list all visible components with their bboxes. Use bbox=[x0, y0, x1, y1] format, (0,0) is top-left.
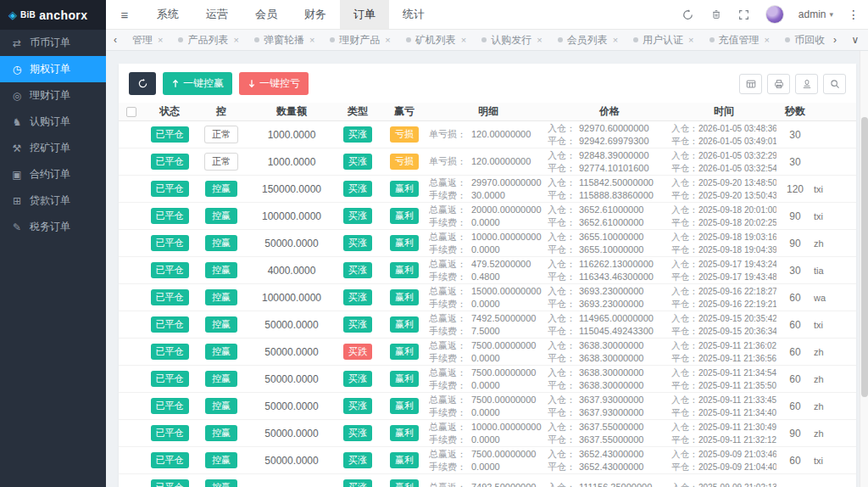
control-button[interactable]: 控赢 bbox=[205, 262, 237, 277]
columns-icon[interactable] bbox=[739, 74, 762, 94]
status-badge: 已平仓 bbox=[151, 344, 189, 359]
control-button[interactable]: 控赢 bbox=[205, 235, 237, 250]
time-out-value: 2025-09-11 21:35:50 bbox=[698, 380, 776, 391]
amount-value: 100000.0000 bbox=[248, 292, 336, 304]
tabs-dropdown-icon[interactable]: ∨ bbox=[846, 34, 865, 46]
time-cell: 入仓：2025-09-15 20:35:42平仓：2025-09-15 20:3… bbox=[671, 313, 776, 337]
sidebar-item-税务订单[interactable]: ✎税务订单 bbox=[0, 214, 106, 240]
time-in-value: 2025-09-15 20:35:42 bbox=[698, 313, 776, 324]
tab-dot-icon bbox=[633, 37, 638, 42]
tab-认购发行[interactable]: 认购发行× bbox=[474, 30, 549, 50]
tab-close-icon[interactable]: × bbox=[765, 35, 770, 45]
sidebar-item-期权订单[interactable]: ◷期权订单 bbox=[0, 56, 106, 82]
sidebar-item-贷款订单[interactable]: ⊞贷款订单 bbox=[0, 188, 106, 214]
force-loss-button[interactable]: 一键控亏 bbox=[239, 72, 309, 95]
content-area: 一键控赢 一键控亏 bbox=[106, 51, 860, 487]
tab-label: 矿机列表 bbox=[415, 33, 456, 48]
detail-cell: 单亏损：120.00000000 bbox=[429, 156, 548, 167]
sidebar-item-理财订单[interactable]: ◎理财订单 bbox=[0, 82, 106, 109]
nav-item-系统[interactable]: 系统 bbox=[143, 0, 192, 29]
tab-弹窗轮播[interactable]: 弹窗轮播× bbox=[247, 30, 322, 50]
price-out-value: 3655.10000000 bbox=[579, 244, 643, 255]
tabs-scroll-left-icon[interactable]: ‹ bbox=[106, 34, 125, 46]
tab-管理[interactable]: 管理× bbox=[125, 30, 170, 50]
time-in-value: 2025-09-18 20:01:00 bbox=[698, 204, 776, 216]
control-button[interactable]: 控赢 bbox=[205, 398, 237, 413]
control-button[interactable]: 控赢 bbox=[205, 208, 237, 223]
tab-矿机列表[interactable]: 矿机列表× bbox=[398, 30, 474, 50]
nav-item-运营[interactable]: 运营 bbox=[192, 0, 242, 29]
page-scrollbar[interactable] bbox=[860, 51, 868, 487]
tab-会员列表[interactable]: 会员列表× bbox=[550, 30, 626, 50]
app-window: ◈ BiB anchorx ⇄币币订单◷期权订单◎理财订单♞认购订单⚒挖矿订单▣… bbox=[0, 0, 868, 487]
sidebar-item-合约订单[interactable]: ▣合约订单 bbox=[0, 161, 106, 188]
table-header-row: 状态控数量额类型赢亏明细价格时间秒数 bbox=[119, 103, 856, 121]
control-button[interactable]: 正常 bbox=[204, 126, 238, 143]
sidebar-item-币币订单[interactable]: ⇄币币订单 bbox=[0, 30, 106, 56]
search-icon[interactable] bbox=[823, 74, 846, 94]
tab-close-icon[interactable]: × bbox=[461, 35, 466, 45]
avatar[interactable] bbox=[765, 5, 784, 24]
control-button[interactable]: 控赢 bbox=[205, 371, 237, 386]
force-win-button[interactable]: 一键控赢 bbox=[163, 72, 232, 95]
tab-产品列表[interactable]: 产品列表× bbox=[170, 30, 246, 50]
refresh-table-button[interactable] bbox=[129, 72, 156, 95]
exchange-icon: ⇄ bbox=[11, 37, 23, 49]
tab-close-icon[interactable]: × bbox=[158, 35, 163, 45]
price-cell: 入仓：3693.23000000平仓：3693.23000000 bbox=[548, 286, 671, 310]
control-button[interactable]: 控赢 bbox=[205, 479, 237, 487]
tab-label: 理财产品 bbox=[339, 33, 380, 48]
tab-close-icon[interactable]: × bbox=[385, 35, 390, 45]
tab-币回收[interactable]: 币回收× bbox=[777, 30, 826, 50]
tab-用户认证[interactable]: 用户认证× bbox=[626, 30, 701, 50]
refresh-icon[interactable] bbox=[682, 8, 695, 21]
sidebar-item-认购订单[interactable]: ♞认购订单 bbox=[0, 109, 106, 135]
tab-充值管理[interactable]: 充值管理× bbox=[702, 30, 777, 50]
price-out-label: 平仓： bbox=[548, 407, 576, 418]
trash-icon[interactable] bbox=[709, 8, 723, 21]
tab-close-icon[interactable]: × bbox=[233, 35, 238, 45]
tabs-scroll-right-icon[interactable]: › bbox=[826, 34, 844, 46]
price-out-value: 3637.93000000 bbox=[579, 407, 643, 418]
tab-close-icon[interactable]: × bbox=[613, 35, 618, 45]
detail-value: 29970.00000000 bbox=[471, 177, 542, 188]
control-button[interactable]: 控赢 bbox=[205, 289, 237, 305]
tab-close-icon[interactable]: × bbox=[537, 35, 542, 45]
sidebar-toggle-icon[interactable]: ≡ bbox=[106, 0, 143, 29]
scrollbar-thumb[interactable] bbox=[861, 117, 868, 397]
time-cell: 入仓：2025-09-16 22:18:27平仓：2025-09-16 22:1… bbox=[671, 286, 776, 310]
nav-item-订单[interactable]: 订单 bbox=[340, 0, 389, 29]
price-cell: 入仓：92970.60000000平仓：92942.69979300 bbox=[548, 123, 671, 147]
detail-label: 总赢返： bbox=[429, 204, 468, 216]
nav-item-会员[interactable]: 会员 bbox=[242, 0, 291, 29]
sidebar-item-label: 挖矿订单 bbox=[30, 141, 70, 155]
sidebar-item-挖矿订单[interactable]: ⚒挖矿订单 bbox=[0, 135, 106, 161]
nav-item-统计[interactable]: 统计 bbox=[389, 0, 438, 29]
time-in-label: 入仓： bbox=[671, 286, 695, 297]
detail-value: 0.0000 bbox=[471, 462, 500, 473]
member-cell: tia bbox=[814, 266, 856, 276]
export-icon[interactable] bbox=[795, 74, 818, 94]
more-menu-icon[interactable]: ⋮ bbox=[848, 8, 860, 21]
control-button[interactable]: 控赢 bbox=[205, 452, 237, 467]
print-icon[interactable] bbox=[767, 74, 790, 94]
tab-dot-icon bbox=[406, 37, 411, 42]
detail-value: 0.0000 bbox=[471, 353, 500, 364]
control-button[interactable]: 控赢 bbox=[205, 316, 237, 332]
tab-close-icon[interactable]: × bbox=[688, 35, 693, 45]
time-out-value: 2025-09-15 20:36:34 bbox=[698, 326, 776, 337]
control-button[interactable]: 控赢 bbox=[205, 344, 237, 359]
force-win-label: 一键控赢 bbox=[183, 76, 224, 91]
tab-理财产品[interactable]: 理财产品× bbox=[322, 30, 398, 50]
status-badge: 已平仓 bbox=[151, 398, 189, 413]
user-menu[interactable]: admin ▾ bbox=[798, 8, 833, 20]
select-all-checkbox[interactable] bbox=[126, 107, 136, 117]
tab-close-icon[interactable]: × bbox=[309, 35, 314, 45]
control-button[interactable]: 控赢 bbox=[205, 181, 237, 196]
fullscreen-icon[interactable] bbox=[737, 8, 751, 21]
control-button[interactable]: 控赢 bbox=[205, 425, 237, 440]
control-button[interactable]: 正常 bbox=[204, 153, 238, 170]
time-in-label: 入仓： bbox=[671, 395, 695, 406]
orders-card: 一键控赢 一键控亏 bbox=[119, 64, 856, 487]
nav-item-财务[interactable]: 财务 bbox=[291, 0, 340, 29]
